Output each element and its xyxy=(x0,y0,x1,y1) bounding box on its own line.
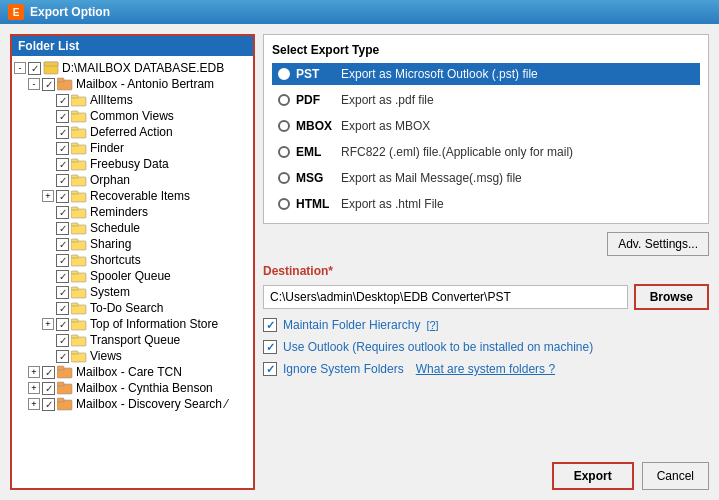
tree-item-label: Recoverable Items xyxy=(90,189,190,203)
use-outlook-label: Use Outlook (Requires outlook to be inst… xyxy=(283,340,593,354)
tree-checkbox[interactable] xyxy=(56,142,69,155)
tree-checkbox[interactable] xyxy=(56,254,69,267)
export-button[interactable]: Export xyxy=(552,462,634,490)
maintain-hierarchy-help[interactable]: [?] xyxy=(426,319,438,331)
mailbox-icon xyxy=(57,397,73,411)
radio-pdf[interactable] xyxy=(278,94,290,106)
tree-checkbox[interactable] xyxy=(56,158,69,171)
expand-btn[interactable]: - xyxy=(28,78,40,90)
expand-btn[interactable]: + xyxy=(28,382,40,394)
svg-rect-25 xyxy=(71,255,78,258)
app-icon: E xyxy=(8,4,24,20)
svg-rect-12 xyxy=(71,161,86,170)
tree-checkbox[interactable] xyxy=(56,206,69,219)
tree-checkbox[interactable] xyxy=(56,222,69,235)
tree-item[interactable]: To-Do Search xyxy=(14,300,251,316)
system-folders-help-link[interactable]: What are system folders ? xyxy=(416,362,555,376)
tree-checkbox[interactable] xyxy=(56,174,69,187)
tree-item[interactable]: Orphan xyxy=(14,172,251,188)
use-outlook-checkbox[interactable] xyxy=(263,340,277,354)
tree-checkbox[interactable] xyxy=(56,190,69,203)
tree-item[interactable]: + Top of Information Store xyxy=(14,316,251,332)
tree-item[interactable]: Freebusy Data xyxy=(14,156,251,172)
export-option-mbox[interactable]: MBOX Export as MBOX xyxy=(272,115,700,137)
svg-rect-27 xyxy=(71,271,78,274)
svg-rect-20 xyxy=(71,225,86,234)
export-option-msg[interactable]: MSG Export as Mail Message(.msg) file xyxy=(272,167,700,189)
folder-icon xyxy=(71,221,87,235)
radio-mbox[interactable] xyxy=(278,120,290,132)
folder-tree[interactable]: - D:\MAILBOX DATABASE.EDB- Mailbox - Ant… xyxy=(12,56,253,488)
tree-item[interactable]: + Mailbox - Care TCN xyxy=(14,364,251,380)
tree-item[interactable]: Transport Queue xyxy=(14,332,251,348)
tree-item[interactable]: + Mailbox - Discovery Search ⁄ xyxy=(14,396,251,412)
tree-checkbox[interactable] xyxy=(42,366,55,379)
tree-item[interactable]: Schedule xyxy=(14,220,251,236)
radio-pst[interactable] xyxy=(278,68,290,80)
tree-checkbox[interactable] xyxy=(56,318,69,331)
radio-eml[interactable] xyxy=(278,146,290,158)
svg-rect-11 xyxy=(71,143,78,146)
tree-item[interactable]: Common Views xyxy=(14,108,251,124)
adv-settings-button[interactable]: Adv. Settings... xyxy=(607,232,709,256)
tree-item[interactable]: - D:\MAILBOX DATABASE.EDB xyxy=(14,60,251,76)
svg-rect-3 xyxy=(57,78,64,82)
expand-btn[interactable]: - xyxy=(14,62,26,74)
folder-icon xyxy=(71,269,87,283)
tree-item[interactable]: Shortcuts xyxy=(14,252,251,268)
tree-item-label: Top of Information Store xyxy=(90,317,218,331)
tree-item[interactable]: Views xyxy=(14,348,251,364)
tree-item[interactable]: - Mailbox - Antonio Bertram xyxy=(14,76,251,92)
destination-input[interactable] xyxy=(263,285,628,309)
tree-checkbox[interactable] xyxy=(56,286,69,299)
tree-item[interactable]: + Mailbox - Cynthia Benson xyxy=(14,380,251,396)
radio-html[interactable] xyxy=(278,198,290,210)
tree-checkbox[interactable] xyxy=(56,94,69,107)
export-option-eml[interactable]: EML RFC822 (.eml) file.(Applicable only … xyxy=(272,141,700,163)
cancel-button[interactable]: Cancel xyxy=(642,462,709,490)
tree-checkbox[interactable] xyxy=(42,382,55,395)
tree-item[interactable]: Sharing xyxy=(14,236,251,252)
ignore-system-checkbox[interactable] xyxy=(263,362,277,376)
option-desc-pst: Export as Microsoft Outlook (.pst) file xyxy=(341,67,538,81)
tree-checkbox[interactable] xyxy=(56,238,69,251)
svg-rect-1 xyxy=(44,62,58,66)
mailbox-icon xyxy=(57,381,73,395)
content-row: Folder List - D:\MAILBOX DATABASE.EDB- M… xyxy=(10,34,709,490)
radio-msg[interactable] xyxy=(278,172,290,184)
tree-checkbox[interactable] xyxy=(56,302,69,315)
expand-btn[interactable]: + xyxy=(42,190,54,202)
expand-btn[interactable]: + xyxy=(28,366,40,378)
tree-item-label: Transport Queue xyxy=(90,333,180,347)
export-option-pdf[interactable]: PDF Export as .pdf file xyxy=(272,89,700,111)
tree-checkbox[interactable] xyxy=(42,398,55,411)
tree-checkbox[interactable] xyxy=(56,110,69,123)
expand-btn[interactable]: + xyxy=(28,398,40,410)
tree-item[interactable]: Spooler Queue xyxy=(14,268,251,284)
tree-item[interactable]: Finder xyxy=(14,140,251,156)
browse-button[interactable]: Browse xyxy=(634,284,709,310)
tree-checkbox[interactable] xyxy=(56,270,69,283)
svg-rect-4 xyxy=(71,97,86,106)
folder-panel: Folder List - D:\MAILBOX DATABASE.EDB- M… xyxy=(10,34,255,490)
tree-checkbox[interactable] xyxy=(28,62,41,75)
tree-checkbox[interactable] xyxy=(56,334,69,347)
tree-item[interactable]: + Recoverable Items xyxy=(14,188,251,204)
svg-rect-29 xyxy=(71,287,78,290)
tree-checkbox[interactable] xyxy=(56,126,69,139)
svg-rect-39 xyxy=(57,366,64,370)
export-option-pst[interactable]: PST Export as Microsoft Outlook (.pst) f… xyxy=(272,63,700,85)
tree-item[interactable]: AllItems xyxy=(14,92,251,108)
export-option-html[interactable]: HTML Export as .html File xyxy=(272,193,700,215)
maintain-hierarchy-row: Maintain Folder Hierarchy [?] xyxy=(263,318,709,332)
tree-item-label: Mailbox - Care TCN xyxy=(76,365,182,379)
tree-checkbox[interactable] xyxy=(56,350,69,363)
maintain-hierarchy-checkbox[interactable] xyxy=(263,318,277,332)
tree-item[interactable]: Deferred Action xyxy=(14,124,251,140)
tree-item[interactable]: System xyxy=(14,284,251,300)
tree-item[interactable]: Reminders xyxy=(14,204,251,220)
tree-checkbox[interactable] xyxy=(42,78,55,91)
folder-icon xyxy=(71,125,87,139)
expand-btn[interactable]: + xyxy=(42,318,54,330)
bottom-row: Export Cancel xyxy=(263,454,709,490)
